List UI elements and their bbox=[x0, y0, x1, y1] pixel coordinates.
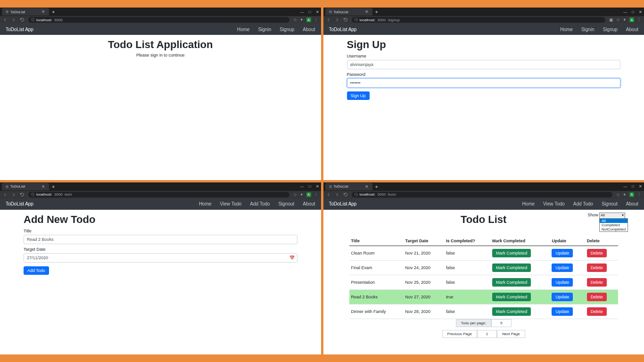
nav-signin[interactable]: Signin bbox=[581, 27, 594, 32]
new-tab-button[interactable]: + bbox=[49, 184, 58, 189]
nav-add-todo[interactable]: Add Todo bbox=[573, 201, 593, 206]
close-tab-icon[interactable]: ✕ bbox=[41, 9, 45, 14]
back-icon[interactable] bbox=[3, 192, 8, 197]
profile-badge[interactable]: A bbox=[306, 192, 311, 197]
delete-button[interactable]: Delete bbox=[587, 249, 607, 257]
star-icon[interactable]: ☆ bbox=[616, 17, 620, 22]
profile-badge[interactable]: A bbox=[629, 192, 634, 197]
nav-about[interactable]: About bbox=[303, 201, 315, 206]
browser-tab[interactable]: ToDoList✕ bbox=[325, 183, 372, 190]
nav-view-todo[interactable]: View Todo bbox=[220, 201, 242, 206]
extensions-icon[interactable]: ✦ bbox=[623, 192, 627, 197]
nav-home[interactable]: Home bbox=[237, 27, 250, 32]
close-button[interactable]: ✕ bbox=[316, 10, 319, 14]
update-button[interactable]: Update bbox=[552, 307, 573, 316]
mark-completed-button[interactable]: Mark Completed bbox=[492, 307, 531, 316]
close-button[interactable]: ✕ bbox=[639, 184, 642, 189]
reload-icon[interactable] bbox=[20, 192, 25, 197]
brand[interactable]: ToDoList App bbox=[6, 201, 33, 206]
nav-home[interactable]: Home bbox=[522, 201, 535, 206]
show-option-completed[interactable]: Completed bbox=[600, 223, 627, 227]
url-field[interactable]: ⓘlocalhost:3000/todo bbox=[352, 192, 613, 197]
update-button[interactable]: Update bbox=[552, 293, 573, 301]
forward-icon[interactable] bbox=[11, 192, 16, 197]
maximize-button[interactable]: □ bbox=[632, 184, 634, 189]
nav-view-todo[interactable]: View Todo bbox=[543, 201, 565, 206]
nav-signup[interactable]: Signup bbox=[603, 27, 618, 32]
browser-tab[interactable]: ToDoList✕ bbox=[2, 183, 49, 190]
close-tab-icon[interactable]: ✕ bbox=[365, 9, 369, 14]
show-option-notcompleted[interactable]: NotCompleted bbox=[600, 227, 627, 231]
nav-home[interactable]: Home bbox=[560, 27, 573, 32]
new-tab-button[interactable]: + bbox=[372, 184, 381, 189]
signup-button[interactable]: Sign Up bbox=[347, 91, 370, 100]
profile-badge[interactable]: A bbox=[629, 17, 634, 22]
show-option-all[interactable]: All bbox=[600, 219, 627, 223]
forward-icon[interactable] bbox=[11, 17, 16, 22]
url-field[interactable]: ⓘlocalhost:3000 bbox=[28, 17, 289, 23]
forward-icon[interactable] bbox=[335, 17, 339, 22]
nav-about[interactable]: About bbox=[303, 27, 315, 32]
brand[interactable]: ToDoList App bbox=[6, 27, 33, 32]
maximize-button[interactable]: □ bbox=[632, 10, 634, 14]
minimize-button[interactable]: — bbox=[300, 10, 304, 14]
close-tab-icon[interactable]: ✕ bbox=[41, 184, 45, 189]
nav-about[interactable]: About bbox=[626, 27, 638, 32]
nav-signout[interactable]: Signout bbox=[602, 201, 618, 206]
extensions-icon[interactable]: ✦ bbox=[623, 17, 627, 22]
browser-tab[interactable]: ToDoList✕ bbox=[2, 8, 49, 16]
back-icon[interactable] bbox=[326, 17, 331, 22]
update-button[interactable]: Update bbox=[552, 278, 573, 287]
menu-icon[interactable]: ⋮ bbox=[314, 17, 318, 22]
nav-signout[interactable]: Signout bbox=[278, 201, 294, 206]
next-page-button[interactable]: Next Page bbox=[497, 330, 525, 338]
update-button[interactable]: Update bbox=[552, 263, 573, 272]
new-tab-button[interactable]: + bbox=[372, 9, 381, 15]
delete-button[interactable]: Delete bbox=[587, 278, 607, 287]
reload-icon[interactable] bbox=[20, 17, 25, 22]
per-page-value[interactable]: 5 bbox=[491, 319, 511, 327]
maximize-button[interactable]: □ bbox=[309, 184, 311, 189]
nav-add-todo[interactable]: Add Todo bbox=[250, 201, 270, 206]
back-icon[interactable] bbox=[326, 192, 331, 197]
title-input[interactable] bbox=[24, 235, 297, 244]
forward-icon[interactable] bbox=[335, 192, 339, 197]
menu-icon[interactable]: ⋮ bbox=[314, 192, 318, 197]
minimize-button[interactable]: — bbox=[623, 10, 627, 14]
nav-signup[interactable]: Signup bbox=[280, 27, 294, 32]
date-input[interactable] bbox=[24, 253, 297, 263]
add-todo-button[interactable]: Add Todo bbox=[24, 266, 49, 275]
url-field[interactable]: ⓘlocalhost:3000/signup bbox=[352, 17, 606, 23]
extensions-icon[interactable]: ✦ bbox=[300, 192, 304, 197]
brand[interactable]: ToDoList App bbox=[329, 201, 357, 206]
brand[interactable]: ToDoList App bbox=[329, 27, 357, 32]
prev-page-button[interactable]: Previous Page bbox=[442, 330, 477, 338]
star-icon[interactable]: ☆ bbox=[293, 17, 297, 22]
delete-button[interactable]: Delete bbox=[587, 307, 607, 316]
star-icon[interactable]: ☆ bbox=[616, 192, 620, 197]
nav-signin[interactable]: Signin bbox=[258, 27, 271, 32]
url-field[interactable]: ⓘlocalhost:3000/add bbox=[28, 192, 289, 197]
back-icon[interactable] bbox=[3, 17, 8, 22]
close-tab-icon[interactable]: ✕ bbox=[365, 184, 369, 189]
nav-home[interactable]: Home bbox=[199, 201, 212, 206]
update-button[interactable]: Update bbox=[552, 249, 573, 257]
gift-icon[interactable]: ▣ bbox=[609, 17, 613, 22]
reload-icon[interactable] bbox=[343, 17, 348, 22]
maximize-button[interactable]: □ bbox=[309, 10, 311, 14]
delete-button[interactable]: Delete bbox=[587, 263, 607, 272]
close-button[interactable]: ✕ bbox=[639, 10, 642, 14]
minimize-button[interactable]: — bbox=[623, 184, 627, 189]
mark-completed-button[interactable]: Mark Completed bbox=[492, 249, 531, 257]
new-tab-button[interactable]: + bbox=[49, 9, 58, 15]
mark-completed-button[interactable]: Mark Completed bbox=[492, 263, 531, 272]
menu-icon[interactable]: ⋮ bbox=[637, 192, 641, 197]
username-input[interactable] bbox=[347, 60, 621, 69]
calendar-icon[interactable]: 📅 bbox=[289, 255, 295, 260]
close-button[interactable]: ✕ bbox=[316, 184, 319, 189]
password-input[interactable] bbox=[347, 78, 621, 88]
profile-badge[interactable]: A bbox=[306, 17, 311, 22]
delete-button[interactable]: Delete bbox=[587, 293, 607, 301]
mark-completed-button[interactable]: Mark Completed bbox=[492, 293, 531, 301]
reload-icon[interactable] bbox=[343, 192, 348, 197]
